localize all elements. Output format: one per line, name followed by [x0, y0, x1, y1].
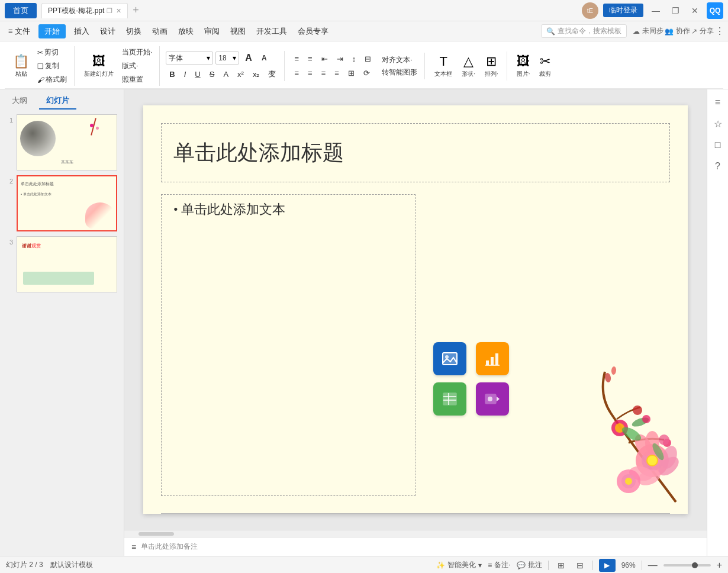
subscript-btn[interactable]: x₂ — [249, 68, 263, 81]
slide-canvas[interactable]: 单击此处添加标题 • 单击此处添加文本 — [143, 105, 688, 514]
font-color-btn[interactable]: A — [220, 68, 232, 81]
normal-view-btn[interactable]: ⊞ — [555, 559, 568, 572]
copy-btn[interactable]: ❑ 复制 — [35, 60, 69, 72]
ribbon-row1: 📋 粘贴 ✂ 剪切 ❑ 复制 🖌 格式刷 🖼 — [5, 44, 723, 89]
note-bar[interactable]: ≡ 单击此处添加备注 — [124, 537, 707, 556]
slide-content-box[interactable]: • 单击此处添加文本 — [161, 194, 415, 496]
menu-file[interactable]: ≡ 文件 — [4, 24, 35, 39]
strike-btn[interactable]: S — [206, 68, 218, 81]
font-increase-btn[interactable]: A — [241, 51, 256, 65]
paste-btn[interactable]: 📋 粘贴 — [9, 51, 33, 81]
align-center-btn[interactable]: ≡ — [304, 67, 316, 79]
collab-btn[interactable]: 👥 协作 — [665, 26, 690, 36]
menu-view[interactable]: 视图 — [226, 24, 250, 39]
slide-img-1[interactable]: 某某某 — [17, 114, 117, 170]
insert-chart-icon-btn[interactable] — [476, 342, 509, 375]
grid-view-btn[interactable]: ⊟ — [574, 559, 587, 572]
menu-vip[interactable]: 会员专享 — [293, 24, 333, 39]
insert-image-btn[interactable]: 🖼 图片· — [513, 51, 534, 81]
tab-close-btn[interactable]: ✕ — [116, 7, 121, 15]
maximize-btn[interactable]: ❐ — [668, 5, 683, 17]
notes-btn[interactable]: ≡ 备注· — [488, 560, 510, 570]
tab-restore-btn[interactable]: ❐ — [107, 7, 112, 15]
sidebar-help-icon[interactable]: ? — [710, 158, 726, 175]
slide-img-2[interactable]: 单击此处添加标题 • 单击此处添加文本 — [17, 175, 117, 231]
more-menu-btn[interactable]: ⋮ — [715, 25, 724, 37]
columns-btn[interactable]: ⊟ — [361, 53, 375, 65]
align-text-btn[interactable]: 对齐文本· — [379, 54, 420, 66]
convert-smartart-btn[interactable]: 转智能图形 — [379, 66, 420, 79]
repeat-btn[interactable]: 照重置 — [120, 73, 154, 86]
h-scroll-thumb[interactable] — [138, 532, 174, 536]
menu-devtools[interactable]: 开发工具 — [252, 24, 292, 39]
format-paint-btn[interactable]: 🖌 格式刷 — [35, 73, 69, 86]
cut-icon: ✂ — [37, 49, 43, 57]
user-avatar[interactable]: tE — [582, 2, 598, 19]
layout-btn[interactable]: 版式· — [120, 60, 154, 72]
bold-btn[interactable]: B — [166, 68, 178, 81]
slide-thumb-2[interactable]: 2 单击此处添加标题 • 单击此处添加文本 — [5, 175, 119, 231]
list-bullet-btn[interactable]: ≡ — [291, 53, 302, 65]
minimize-btn[interactable]: — — [648, 5, 663, 17]
close-btn[interactable]: ✕ — [688, 5, 702, 17]
file-tab[interactable]: PPT模板-梅花.ppt ❐ ✕ — [41, 3, 128, 18]
align-left-btn[interactable]: ≡ — [291, 67, 302, 79]
qq-icon[interactable]: QQ — [707, 2, 723, 19]
list-number-btn[interactable]: ≡ — [304, 53, 316, 65]
h-scrollbar[interactable] — [124, 530, 707, 537]
outline-tab[interactable]: 大纲 — [5, 93, 34, 110]
indent-less-btn[interactable]: ⇤ — [318, 53, 331, 65]
sidebar-star-icon[interactable]: ☆ — [710, 115, 726, 132]
new-tab-btn[interactable]: + — [133, 4, 139, 17]
search-box[interactable]: 🔍 查找命令，搜索模板 — [541, 24, 627, 38]
review-btn[interactable]: 💬 批注 — [517, 560, 542, 570]
menu-transition[interactable]: 切换 — [121, 24, 146, 39]
font-decrease-btn[interactable]: A — [258, 52, 270, 64]
insert-video-icon-btn[interactable] — [476, 382, 509, 416]
zoom-thumb[interactable] — [692, 562, 698, 568]
menu-slideshow[interactable]: 放映 — [173, 24, 198, 39]
font-name-selector[interactable]: 字体 ▾ — [166, 51, 213, 65]
current-page-btn[interactable]: 当页开始· — [120, 46, 154, 59]
sidebar-expand-icon[interactable]: ≡ — [710, 94, 726, 111]
slide-title-box[interactable]: 单击此处添加标题 — [161, 123, 670, 182]
menu-insert[interactable]: 插入 — [69, 24, 94, 39]
font-size-selector[interactable]: 18 ▾ — [215, 51, 239, 65]
sidebar-panel-icon[interactable]: □ — [710, 137, 726, 153]
menu-start-btn[interactable]: 开始 — [38, 24, 66, 38]
superscript-btn[interactable]: x² — [234, 68, 247, 81]
underline-btn[interactable]: U — [191, 68, 204, 81]
convert-smart-btn[interactable]: ⟳ — [360, 67, 373, 79]
menu-animation[interactable]: 动画 — [147, 24, 172, 39]
crop-btn[interactable]: ✂ 裁剪 — [536, 51, 555, 81]
insert-table-icon-btn[interactable] — [433, 382, 466, 416]
home-tab[interactable]: 首页 — [5, 3, 37, 18]
slide-thumb-3[interactable]: 3 谢谢观赏 — [5, 236, 119, 292]
menu-review[interactable]: 审阅 — [199, 24, 224, 39]
beautify-btn[interactable]: ✨ 智能美化 ▾ — [436, 560, 482, 570]
indent-more-btn[interactable]: ⇥ — [333, 53, 347, 65]
align-right-btn[interactable]: ≡ — [318, 67, 330, 79]
paragraph-more-btn[interactable]: ⊞ — [344, 67, 358, 79]
line-spacing-btn[interactable]: ↕ — [349, 53, 360, 65]
textbox-btn[interactable]: T 文本框 — [431, 51, 456, 81]
zoom-plus-btn[interactable]: + — [717, 560, 722, 571]
cut-btn[interactable]: ✂ 剪切 — [35, 46, 69, 59]
slide-thumb-1[interactable]: 1 某某某 — [5, 114, 119, 170]
italic-btn[interactable]: I — [181, 68, 190, 81]
zoom-minus-btn[interactable]: — — [648, 560, 658, 571]
new-slide-btn[interactable]: 🖼 新建幻灯片 — [80, 51, 117, 81]
menu-design[interactable]: 设计 — [95, 24, 120, 39]
login-button[interactable]: 临时登录 — [603, 4, 643, 17]
slide-img-3[interactable]: 谢谢观赏 — [17, 236, 117, 292]
justify-btn[interactable]: ≡ — [331, 67, 343, 79]
insert-image-icon-btn[interactable] — [433, 342, 466, 375]
symbols-btn[interactable]: 变 — [265, 67, 279, 81]
slides-tab[interactable]: 幻灯片 — [39, 93, 76, 110]
shape-btn[interactable]: △ 形状· — [458, 51, 479, 81]
share-btn[interactable]: ↗ 分享 — [691, 26, 714, 36]
sync-btn[interactable]: ☁ 未同步 — [633, 26, 663, 36]
play-slideshow-btn[interactable]: ▶ — [599, 559, 616, 572]
arrange-btn[interactable]: ⊞ 排列· — [481, 51, 502, 81]
zoom-slider[interactable] — [663, 564, 711, 566]
